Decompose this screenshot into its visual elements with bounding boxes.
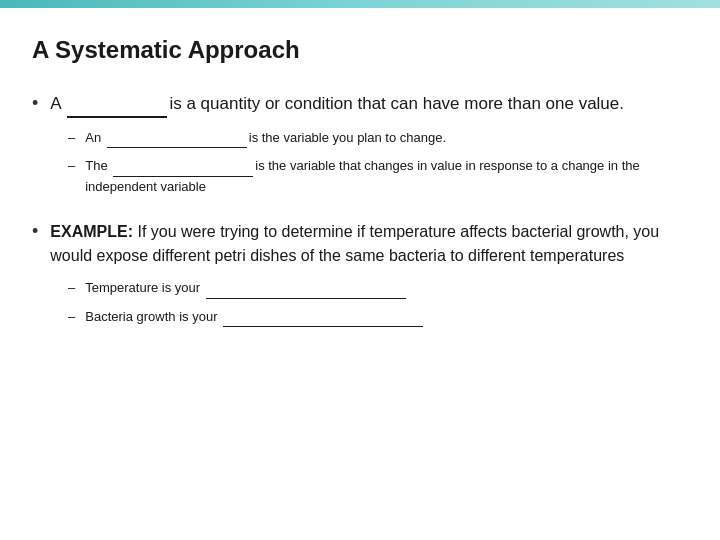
sub-dash-2: – (68, 156, 75, 176)
sub2-blank (113, 156, 253, 177)
bullet-dot-1: • (32, 93, 38, 114)
sub-item-2-2: – Bacteria growth is your (68, 307, 688, 328)
sub-text-1-2: The is the variable that changes in valu… (85, 156, 688, 196)
sub-text-2-2: Bacteria growth is your (85, 307, 425, 328)
sub1-blank (107, 128, 247, 149)
bullet-section-2: • EXAMPLE: If you were trying to determi… (32, 220, 688, 327)
sub-dash-1: – (68, 128, 75, 148)
top-bar (0, 0, 720, 8)
sub3-blank (206, 278, 406, 299)
content-area: A Systematic Approach • A is a quantity … (0, 8, 720, 371)
bullet-text-1: A is a quantity or condition that can ha… (50, 92, 624, 118)
bullet1-prefix: A (50, 94, 65, 113)
bullet1-suffix: is a quantity or condition that can have… (169, 94, 624, 113)
sub-item-1-2: – The is the variable that changes in va… (68, 156, 688, 196)
sub-list-2: – Temperature is your – Bacteria growth … (68, 278, 688, 327)
page-title: A Systematic Approach (32, 36, 688, 64)
bullet-row-2: • EXAMPLE: If you were trying to determi… (32, 220, 688, 268)
bullet-section-1: • A is a quantity or condition that can … (32, 92, 688, 196)
example-label: EXAMPLE: (50, 223, 133, 240)
sub-item-2-1: – Temperature is your (68, 278, 688, 299)
sub-list-1: – An is the variable you plan to change.… (68, 128, 688, 197)
sub-text-2-1: Temperature is your (85, 278, 408, 299)
bullet-row-1: • A is a quantity or condition that can … (32, 92, 688, 118)
sub-item-1-1: – An is the variable you plan to change. (68, 128, 688, 149)
example-text: EXAMPLE: If you were trying to determine… (50, 220, 688, 268)
sub-dash-3: – (68, 278, 75, 298)
sub-text-1-1: An is the variable you plan to change. (85, 128, 446, 149)
bullet1-blank (67, 92, 167, 118)
example-body: If you were trying to determine if tempe… (50, 223, 659, 264)
bullet-dot-2: • (32, 221, 38, 242)
sub-dash-4: – (68, 307, 75, 327)
sub4-blank (223, 307, 423, 328)
